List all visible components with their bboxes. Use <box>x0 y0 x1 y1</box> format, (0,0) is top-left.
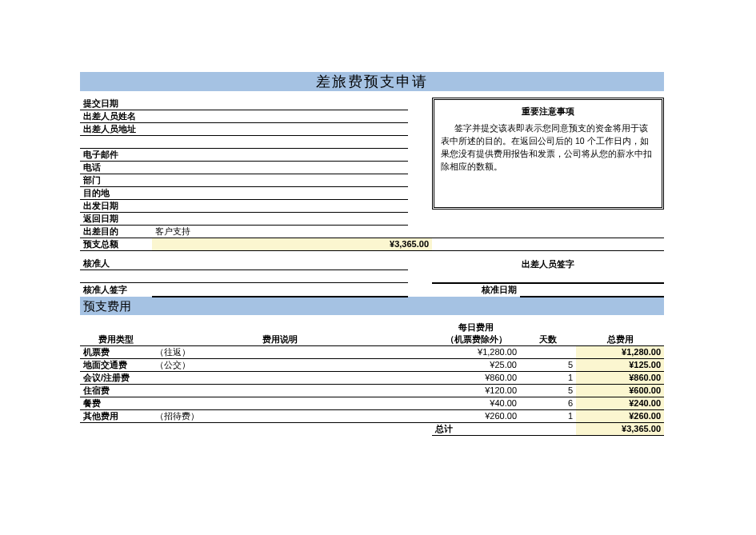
label-traveler-name: 出差人员姓名 <box>80 110 152 123</box>
form-title: 差旅费预支申请 <box>316 74 428 90</box>
label-submit-date: 提交日期 <box>80 98 152 110</box>
col-total: 总费用 <box>576 333 664 346</box>
label-approve-date: 核准日期 <box>432 283 520 297</box>
notice-body: 签字并提交该表即表示您同意预支的资金将用于该表中所述的目的。在返回公司后的 10… <box>441 122 655 174</box>
exp-daily[interactable]: ¥1,280.00 <box>432 345 520 358</box>
label-phone: 电话 <box>80 162 152 174</box>
exp-total: ¥260.00 <box>576 409 664 422</box>
exp-total: ¥600.00 <box>576 384 664 397</box>
col-daily-line1: 每日费用 <box>432 321 520 333</box>
exp-total: ¥1,280.00 <box>576 345 664 358</box>
value-return-date[interactable] <box>152 213 408 226</box>
exp-type: 餐费 <box>80 397 152 409</box>
exp-desc[interactable]: （往返） <box>152 345 408 358</box>
exp-days[interactable]: 1 <box>520 409 576 422</box>
label-approver: 核准人 <box>80 258 152 270</box>
label-advance-total: 预支总额 <box>80 238 152 251</box>
exp-type: 会议/注册费 <box>80 371 152 384</box>
value-email[interactable] <box>152 149 408 162</box>
travel-advance-form: 差旅费预支申请 提交日期 重要注意事项 签字并提交该表即表示您同意预支的资金将用… <box>80 72 664 436</box>
expense-row: 地面交通费 （公交） ¥25.00 5 ¥125.00 <box>80 358 664 371</box>
exp-desc[interactable] <box>152 397 408 409</box>
expenses-section-header: 预支费用 <box>80 297 664 315</box>
exp-daily[interactable]: ¥40.00 <box>432 397 520 409</box>
exp-desc[interactable] <box>152 371 408 384</box>
exp-desc[interactable]: （公交） <box>152 358 408 371</box>
exp-daily[interactable]: ¥25.00 <box>432 358 520 371</box>
value-phone[interactable] <box>152 162 408 174</box>
exp-daily[interactable]: ¥860.00 <box>432 371 520 384</box>
value-advance-total: ¥3,365.00 <box>152 238 432 251</box>
approver-signature-line[interactable] <box>152 283 408 297</box>
label-dept: 部门 <box>80 174 152 187</box>
exp-desc[interactable]: （招待费） <box>152 409 408 422</box>
col-days: 天数 <box>520 333 576 346</box>
exp-days[interactable]: 5 <box>520 384 576 397</box>
exp-type: 地面交通费 <box>80 358 152 371</box>
value-submit-date[interactable] <box>152 98 408 110</box>
value-destination[interactable] <box>152 187 408 200</box>
exp-total: ¥860.00 <box>576 371 664 384</box>
label-depart-date: 出发日期 <box>80 200 152 213</box>
exp-total: ¥125.00 <box>576 358 664 371</box>
traveler-signature-header: 出差人员签字 <box>432 258 664 270</box>
traveler-signature-line[interactable] <box>432 270 664 283</box>
exp-days[interactable] <box>520 345 576 358</box>
label-destination: 目的地 <box>80 187 152 200</box>
exp-daily[interactable]: ¥120.00 <box>432 384 520 397</box>
exp-desc[interactable] <box>152 384 408 397</box>
value-traveler-addr[interactable] <box>152 123 408 136</box>
expense-row: 餐费 ¥40.00 6 ¥240.00 <box>80 397 664 409</box>
exp-days[interactable]: 1 <box>520 371 576 384</box>
exp-total: ¥240.00 <box>576 397 664 409</box>
grand-total-label: 总计 <box>432 422 520 435</box>
label-traveler-addr: 出差人员地址 <box>80 123 152 136</box>
expense-row: 其他费用 （招待费） ¥260.00 1 ¥260.00 <box>80 409 664 422</box>
expense-row: 住宿费 ¥120.00 5 ¥600.00 <box>80 384 664 397</box>
expense-row: 机票费 （往返） ¥1,280.00 ¥1,280.00 <box>80 345 664 358</box>
exp-type: 其他费用 <box>80 409 152 422</box>
label-email: 电子邮件 <box>80 149 152 162</box>
value-dept[interactable] <box>152 174 408 187</box>
value-traveler-name[interactable] <box>152 110 408 123</box>
grand-total-row: 总计 ¥3,365.00 <box>80 422 664 435</box>
exp-days[interactable]: 5 <box>520 358 576 371</box>
col-type: 费用类型 <box>80 333 152 346</box>
label-purpose: 出差目的 <box>80 226 152 238</box>
exp-days[interactable]: 6 <box>520 397 576 409</box>
approve-date-line[interactable] <box>520 283 664 297</box>
value-depart-date[interactable] <box>152 200 408 213</box>
expense-row: 会议/注册费 ¥860.00 1 ¥860.00 <box>80 371 664 384</box>
label-return-date: 返回日期 <box>80 213 152 226</box>
label-approver-sig: 核准人签字 <box>80 283 152 297</box>
notice-heading: 重要注意事项 <box>441 105 655 118</box>
important-notice: 重要注意事项 签字并提交该表即表示您同意预支的资金将用于该表中所述的目的。在返回… <box>432 98 664 210</box>
grand-total-value: ¥3,365.00 <box>576 422 664 435</box>
exp-daily[interactable]: ¥260.00 <box>432 409 520 422</box>
col-desc: 费用说明 <box>152 333 408 346</box>
form-title-row: 差旅费预支申请 <box>80 72 664 91</box>
exp-type: 机票费 <box>80 345 152 358</box>
value-purpose[interactable]: 客户支持 <box>152 226 664 238</box>
exp-type: 住宿费 <box>80 384 152 397</box>
value-approver[interactable] <box>152 258 408 270</box>
col-daily-line2: （机票费除外） <box>432 333 520 346</box>
